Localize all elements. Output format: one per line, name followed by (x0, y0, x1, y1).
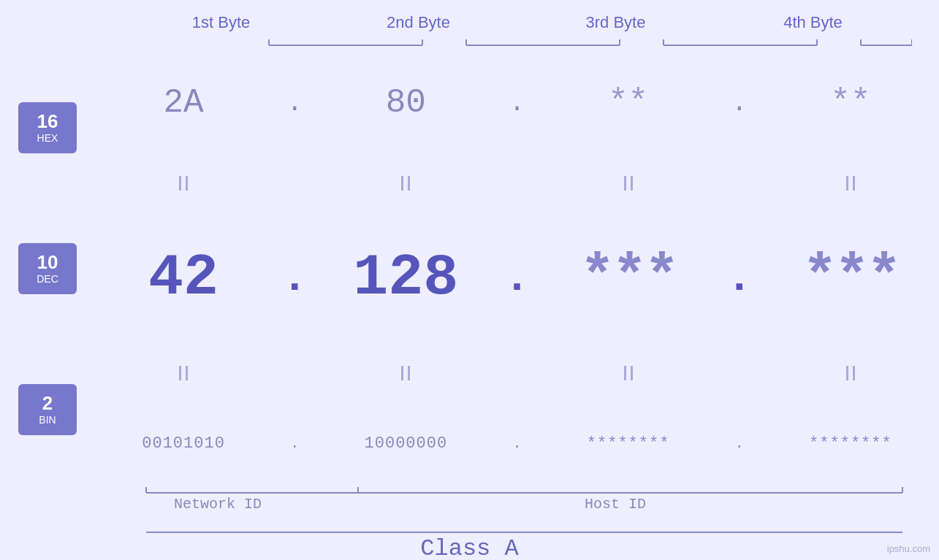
dec-dot3: . (729, 253, 750, 303)
eq1-b2 (329, 176, 482, 191)
hex-row: 2A . 80 . ** . ** (95, 84, 939, 122)
byte-label-2: 2nd Byte (342, 13, 495, 32)
eq1-b3 (552, 176, 705, 191)
dec-num: 10 (37, 253, 58, 272)
dec-byte4: *** (774, 245, 927, 311)
bin-byte3: ******** (552, 434, 705, 453)
bin-name: BIN (39, 414, 56, 426)
hex-byte1: 2A (107, 84, 260, 122)
byte-label-1: 1st Byte (145, 13, 298, 32)
eq-row-1 (95, 176, 939, 191)
hex-num: 16 (37, 112, 58, 131)
hex-byte2: 80 (329, 84, 482, 122)
hex-byte3: ** (552, 84, 705, 122)
hex-byte4: ** (774, 84, 927, 122)
byte-label-3: 3rd Byte (539, 13, 693, 32)
hex-dot1: . (284, 88, 305, 118)
bin-byte4: ******** (774, 434, 927, 453)
dec-byte2: 128 (329, 245, 482, 311)
dec-dot1: . (284, 253, 305, 303)
dec-dot2: . (506, 253, 528, 303)
dec-badge: 10 DEC (18, 243, 77, 294)
host-id-label: Host ID (585, 496, 646, 513)
bin-dot1: . (284, 435, 305, 452)
bin-num: 2 (42, 394, 53, 413)
bin-dot2: . (506, 435, 528, 452)
hex-name: HEX (37, 132, 58, 144)
watermark: ipshu.com (887, 543, 930, 554)
hex-dot2: . (506, 88, 528, 118)
base-labels-column: 16 HEX 10 DEC 2 BIN (0, 57, 95, 480)
eq1-b1 (107, 176, 260, 191)
byte-label-4: 4th Byte (737, 13, 890, 32)
byte-labels-row: 1st Byte 2nd Byte 3rd Byte 4th Byte (123, 13, 912, 32)
data-rows-area: 2A . 80 . ** . ** (95, 57, 939, 480)
bin-badge: 2 BIN (18, 384, 77, 435)
network-id-label: Network ID (174, 496, 262, 513)
bottom-section: Network ID Host ID Class A (0, 480, 939, 560)
dec-name: DEC (37, 273, 58, 285)
eq2-b2 (329, 366, 482, 380)
eq2-b4 (774, 366, 927, 380)
eq-row-2 (95, 366, 939, 380)
dec-row: 42 . 128 . *** . *** (95, 245, 939, 311)
main-content-area: 16 HEX 10 DEC 2 BIN 2A . (0, 57, 939, 480)
eq1-b4 (774, 176, 927, 191)
main-container: 1st Byte 2nd Byte 3rd Byte 4th Byte (0, 0, 939, 560)
bin-byte2: 10000000 (329, 434, 482, 453)
top-bracket-area (123, 35, 912, 50)
hex-badge: 16 HEX (18, 102, 77, 153)
dec-byte1: 42 (107, 245, 260, 311)
eq2-b1 (107, 366, 260, 380)
bin-byte1: 00101010 (107, 434, 260, 453)
bin-dot3: . (729, 435, 750, 452)
hex-dot3: . (729, 88, 750, 118)
bin-row: 00101010 . 10000000 . ******** . (95, 434, 939, 453)
eq2-b3 (552, 366, 705, 380)
class-label: Class A (420, 535, 518, 560)
dec-byte3: *** (552, 245, 705, 311)
